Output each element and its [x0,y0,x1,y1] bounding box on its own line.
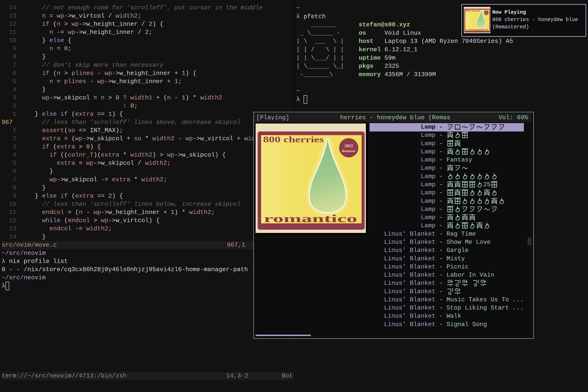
svg-text:800 cherries: 800 cherries [466,10,480,12]
svg-text:2022: 2022 [485,12,488,13]
svg-text:800 cherries: 800 cherries [263,135,324,144]
svg-text:Remaster: Remaster [485,13,488,14]
svg-text:Remaster: Remaster [342,149,356,153]
svg-text:romantico: romantico [264,212,357,224]
svg-text:2022: 2022 [344,143,353,148]
svg-text:romantico: romantico [466,28,488,31]
